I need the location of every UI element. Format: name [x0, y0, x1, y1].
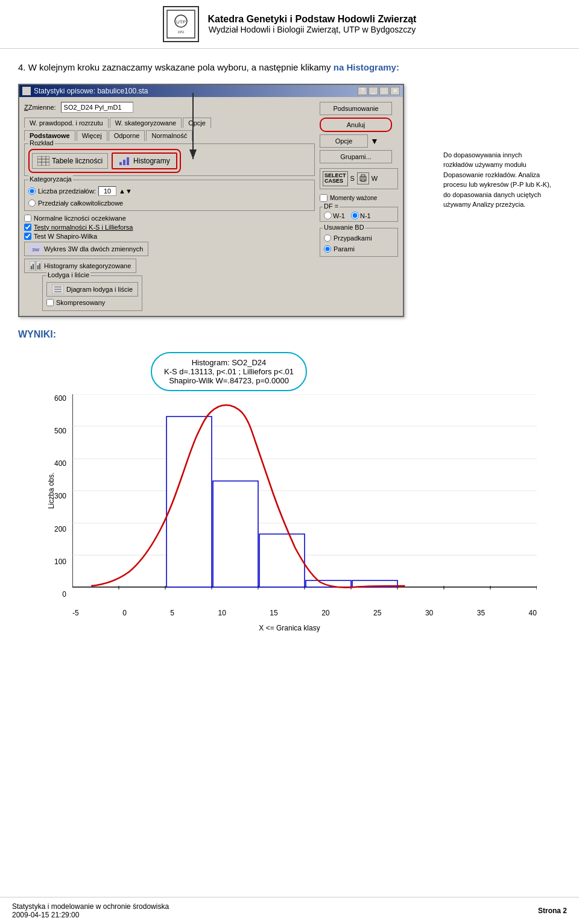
minimize-button[interactable]: _: [369, 87, 378, 95]
bar-3: [259, 534, 305, 587]
svg-rect-20: [37, 265, 39, 269]
x-label-10: 10: [218, 609, 226, 617]
print-icon: [359, 174, 367, 183]
podsumowanie-button[interactable]: Podsumowanie: [320, 102, 392, 115]
maximize-button[interactable]: □: [379, 87, 389, 95]
wykres-button[interactable]: 3W Wykres 3W dla dwóch zmiennych: [24, 242, 148, 256]
step-number: 4.: [18, 62, 26, 72]
y-label-0: 0: [62, 590, 66, 599]
dialog-window: Statystyki opisowe: babulice100.sta ? _ …: [18, 84, 404, 317]
testy-label: Testy normalności K-S i Lillieforsa: [34, 224, 133, 231]
variables-field[interactable]: SO2_D24 Pyl_mD1: [61, 102, 133, 113]
svg-rect-21: [39, 263, 40, 269]
select-cases-label: SELECT CASES: [324, 173, 346, 185]
y-label-100: 100: [54, 558, 66, 566]
liczba-label: Liczba przedziałów:: [38, 187, 96, 195]
opcje-button[interactable]: Opcje: [320, 134, 368, 148]
x-label-30: 30: [425, 609, 433, 617]
przedzialy-radio[interactable]: [28, 200, 36, 207]
momenty-checkbox[interactable]: [320, 194, 327, 202]
main-content: 4. W kolejnym kroku zaznaczamy wskazane …: [0, 49, 579, 647]
lodyga-label: Łodyga i liście: [46, 271, 90, 278]
y-labels: 600 500 400 300 200 100 0: [30, 394, 69, 599]
y-label-500: 500: [54, 427, 66, 435]
x-label-40: 40: [529, 609, 537, 617]
n1-radio[interactable]: [351, 212, 359, 219]
tab-wiecej[interactable]: Więcej: [77, 130, 107, 141]
variables-label: ZZmienne:: [24, 104, 56, 111]
svg-rect-11: [119, 162, 122, 165]
tabele-button[interactable]: Tabele liczności: [32, 153, 108, 169]
dialog-left: ZZmienne: SO2_D24 Pyl_mD1 W. prawdopod. …: [24, 102, 315, 311]
skompresowany-row: Skompresowany: [46, 299, 138, 306]
titlebar-left: Statystyki opisowe: babulice100.sta: [22, 87, 148, 95]
przypadkami-radio[interactable]: [324, 234, 331, 242]
histogram-icon: [119, 156, 131, 166]
tab-odporne[interactable]: Odporne: [109, 130, 145, 141]
x-label-0: 0: [122, 609, 127, 617]
parami-radio[interactable]: [324, 245, 331, 253]
dialog-title: Statystyki opisowe: babulice100.sta: [34, 87, 148, 95]
n1-row: N-1: [351, 212, 371, 219]
close-button[interactable]: ✕: [390, 87, 400, 95]
djagram-button[interactable]: Djagram łodyga i liście: [46, 282, 138, 297]
testsw-row: Test W Shapiro-Wilka: [24, 233, 315, 240]
skompresowany-checkbox[interactable]: [46, 299, 54, 306]
liczba-field[interactable]: 10: [98, 186, 116, 196]
liczba-radio[interactable]: [28, 187, 36, 195]
chart-area: [72, 394, 537, 599]
x-label-35: 35: [477, 609, 485, 617]
page-footer: Statystyka i modelowanie w ochronie środ…: [0, 897, 579, 924]
histogramy-button[interactable]: Histogramy: [112, 152, 177, 169]
bottom-row-1: 3W Wykres 3W dla dwóch zmiennych: [24, 242, 315, 256]
svg-text:UTP: UTP: [176, 19, 186, 25]
roklad-circle: Tabele liczności Histogramy: [28, 149, 181, 173]
x-axis-title: X <= Granica klasy: [259, 624, 320, 632]
annotation-text: Do dopasowywania innych rozkładów używam…: [443, 150, 552, 210]
footer-date: 2009-04-15 21:29:00: [12, 911, 169, 919]
x-label-5: 5: [170, 609, 174, 617]
select-cases-button[interactable]: SELECT CASES: [323, 171, 348, 187]
help-button[interactable]: ?: [358, 87, 367, 95]
parami-row: Parami: [324, 245, 394, 253]
w1-radio[interactable]: [324, 212, 332, 219]
opcje-row: Opcje ▼: [320, 134, 398, 148]
tab-wprawdopod[interactable]: W. prawdopod. i rozrzutu: [24, 118, 109, 128]
step-description: W kolejnym kroku zaznaczamy wskazane pol…: [28, 62, 334, 72]
normalne-label: Normalne liczności oczekiwane: [34, 215, 126, 222]
testy-checkbox[interactable]: [24, 224, 31, 231]
x-label-15: 15: [270, 609, 277, 617]
spin-arrows[interactable]: ▲▼: [119, 187, 132, 195]
svg-rect-12: [123, 160, 125, 165]
tab-strip: W. prawdopod. i rozrzutu W. skategoryzow…: [24, 118, 315, 128]
parami-label: Parami: [334, 245, 355, 253]
roklad-group: Rozkład: [24, 143, 315, 176]
chart-svg: [72, 394, 537, 599]
select-cases-area: SELECT CASES S W: [320, 168, 398, 190]
y-label-600: 600: [54, 394, 66, 403]
anuluj-button[interactable]: Anuluj: [320, 118, 392, 132]
opcje-dropdown[interactable]: ▼: [370, 136, 379, 146]
df-group: DF = W-1 N-1: [320, 207, 398, 222]
chart-info: Histogram: SO2_D24 K-S d=.13113, p<.01 ;…: [151, 352, 307, 391]
normalne-checkbox[interactable]: [24, 215, 31, 222]
usuwanie-label: Usuwanie BD: [323, 224, 365, 231]
table-icon: [37, 156, 49, 166]
print-icon-btn[interactable]: [357, 172, 369, 184]
svg-rect-19: [33, 264, 34, 269]
tab-wskategoryzowane[interactable]: W. skategoryzowane: [110, 118, 182, 128]
lodyga-group: Łodyga i liście Djagram łody: [42, 275, 142, 311]
grupami-button[interactable]: Grupami...: [320, 150, 392, 163]
dialog-body: ZZmienne: SO2_D24 Pyl_mD1 W. prawdopod. …: [19, 97, 403, 316]
step-text: 4. W kolejnym kroku zaznaczamy wskazane …: [18, 61, 561, 75]
tab-normalnosc[interactable]: Normalność: [146, 130, 192, 141]
footer-course: Statystyka i modelowanie w ochronie środ…: [12, 902, 169, 911]
testsw-checkbox[interactable]: [24, 233, 31, 240]
x-label-20: 20: [321, 609, 329, 617]
tab-opcje[interactable]: Opcje: [183, 118, 211, 128]
x-labels: -5 0 5 10 15 20 25 30 35 40: [72, 609, 537, 617]
x-label-25: 25: [373, 609, 381, 617]
testsw-label: Test W Shapiro-Wilka: [34, 233, 97, 240]
chart-container: Histogram: SO2_D24 K-S d=.13113, p<.01 ;…: [30, 346, 549, 635]
djagram-icon: [52, 284, 64, 294]
